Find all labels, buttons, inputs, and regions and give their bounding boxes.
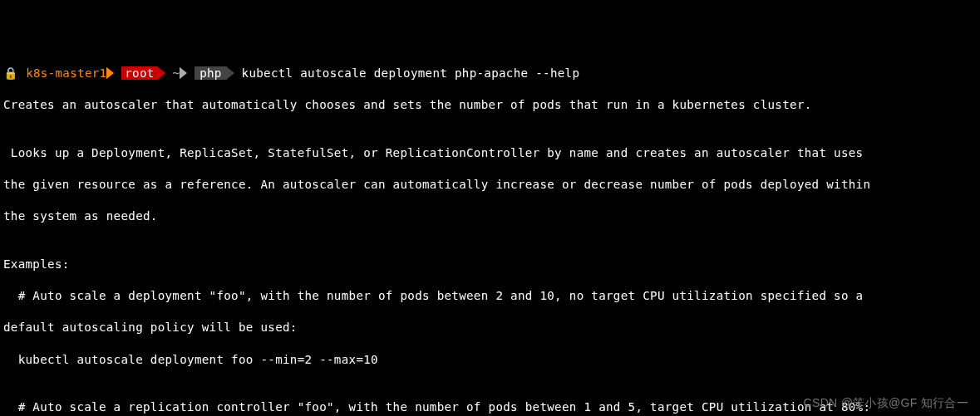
lock-icon: 🔒 <box>3 66 18 80</box>
user-segment: root <box>121 66 157 80</box>
output-line: # Auto scale a deployment "foo", with th… <box>3 288 977 304</box>
output-line: default autoscaling policy will be used: <box>3 320 977 335</box>
output-line: Creates an autoscaler that automatically… <box>3 97 977 113</box>
svg-marker-2 <box>180 66 187 78</box>
svg-marker-1 <box>158 66 165 78</box>
shell-prompt[interactable]: 🔒 k8s-master1 root ~ php kubectl autosca… <box>3 66 977 81</box>
svg-marker-3 <box>227 66 234 78</box>
host-segment: k8s-master1 <box>26 66 106 80</box>
svg-marker-0 <box>106 66 114 78</box>
output-line: the given resource as a reference. An au… <box>3 177 977 193</box>
output-line: Looks up a Deployment, ReplicaSet, State… <box>3 145 977 161</box>
dir-segment: php <box>195 66 227 80</box>
output-line: the system as needed. <box>3 208 977 224</box>
output-line: Examples: <box>3 257 977 272</box>
tilde-segment: ~ <box>172 66 180 80</box>
command-input[interactable]: kubectl autoscale deployment php-apache … <box>242 66 580 80</box>
watermark-text: CSDN @笨小孩@GF 知行合一 <box>804 395 968 411</box>
output-line: kubectl autoscale deployment foo --min=2… <box>3 352 977 368</box>
